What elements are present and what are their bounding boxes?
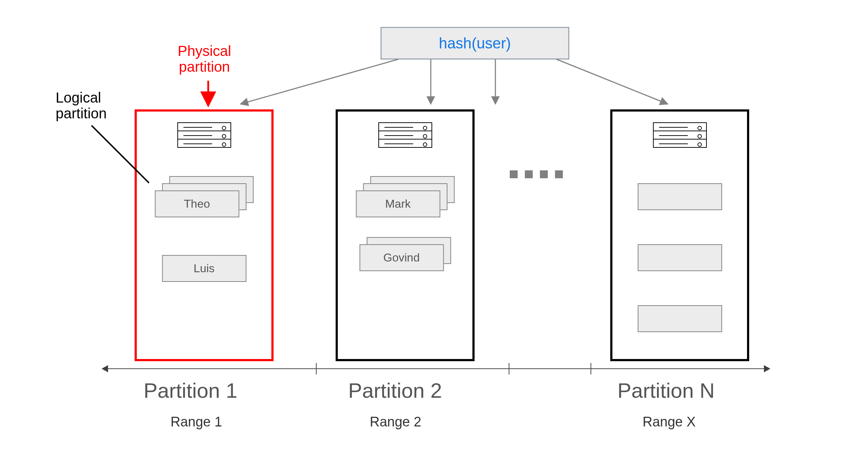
record-blank-3 xyxy=(638,305,722,332)
axis-arrow-left-icon xyxy=(102,365,108,372)
axis-tick xyxy=(591,363,591,374)
record-stack-mark: Mark xyxy=(356,176,454,217)
svg-line-0 xyxy=(241,59,398,104)
record-stack-govind: Govind xyxy=(359,237,451,271)
hash-function-label: hash(user) xyxy=(439,35,511,52)
axis-arrow-right-icon xyxy=(764,365,770,372)
record-label: Govind xyxy=(383,251,420,264)
partition-2-title: Partition 2 xyxy=(348,378,442,402)
record-label: Mark xyxy=(385,197,411,211)
ellipsis-icon xyxy=(510,170,563,178)
server-icon xyxy=(653,122,707,149)
partition-2-box: Mark Govind xyxy=(336,109,475,361)
diagram-stage: hash(user) Physical partition Logical pa… xyxy=(0,0,868,472)
logical-partition-callout: Logical partition xyxy=(56,90,107,121)
range-1-label: Range 1 xyxy=(171,414,222,430)
record-label: Luis xyxy=(193,262,215,275)
record-stack-theo: Theo xyxy=(155,176,253,217)
partition-1-box: Theo Luis xyxy=(135,109,274,361)
hash-function-box: hash(user) xyxy=(381,27,569,60)
record-label: Theo xyxy=(184,197,210,211)
range-2-label: Range 2 xyxy=(370,414,421,430)
svg-line-3 xyxy=(556,59,668,104)
server-icon xyxy=(177,122,231,149)
partition-n-box xyxy=(610,109,749,361)
range-axis xyxy=(108,368,765,369)
axis-tick xyxy=(509,363,509,374)
axis-tick xyxy=(316,363,317,374)
record-blank-1 xyxy=(638,183,722,210)
logical-partition-text: Logical partition xyxy=(56,90,107,121)
physical-partition-callout: Physical partition xyxy=(178,43,231,75)
server-icon xyxy=(378,122,432,149)
record-blank-2 xyxy=(638,244,722,271)
physical-partition-text: Physical partition xyxy=(178,43,231,75)
range-x-label: Range X xyxy=(643,414,696,430)
record-luis: Luis xyxy=(162,255,246,282)
partition-n-title: Partition N xyxy=(617,378,715,402)
partition-1-title: Partition 1 xyxy=(144,378,237,402)
